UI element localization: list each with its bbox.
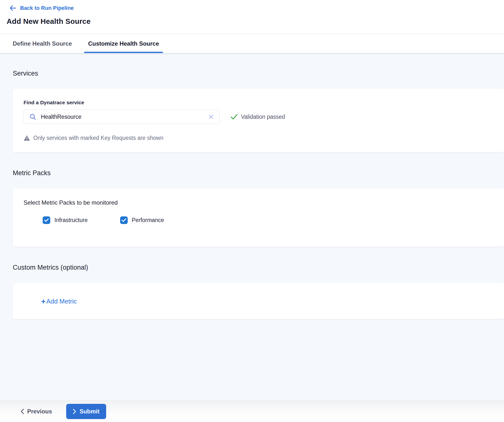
submit-label: Submit [79,408,99,415]
services-heading: Services [13,69,504,78]
footer-bar: Previous Submit [0,400,504,422]
service-search-input[interactable] [41,114,208,120]
service-search-box[interactable] [24,110,220,124]
validation-status: Validation passed [230,114,285,120]
chevron-left-icon [21,409,24,414]
performance-checkbox[interactable] [120,216,128,224]
search-icon [29,113,37,120]
metric-packs-options: Infrastructure Performance [43,216,493,224]
performance-label: Performance [132,217,164,224]
custom-metrics-card: + Add Metric [13,283,504,319]
service-search-row: Validation passed [24,110,493,124]
metric-packs-subtitle: Select Metric Packs to be monitored [24,199,493,206]
back-to-run-pipeline-link[interactable]: Back to Run Pipeline [20,5,74,11]
back-row: Back to Run Pipeline [0,0,504,11]
clear-search-icon[interactable] [208,114,214,120]
plus-icon: + [41,298,46,305]
metric-packs-card: Select Metric Packs to be monitored Infr… [13,188,504,247]
infrastructure-label: Infrastructure [54,217,88,224]
page-title: Add New Health Source [7,17,504,26]
performance-checkbox-option[interactable]: Performance [120,216,164,224]
previous-button[interactable]: Previous [21,408,52,415]
health-source-tabbar: Define Health Source Customize Health So… [0,34,504,53]
add-metric-label: Add Metric [46,298,77,305]
back-arrow-icon[interactable] [9,5,16,11]
metric-packs-heading: Metric Packs [13,169,504,177]
services-card: Find a Dynatrace service [13,89,504,152]
validation-text: Validation passed [241,114,285,120]
tab-customize-health-source[interactable]: Customize Health Source [84,34,163,53]
infrastructure-checkbox-option[interactable]: Infrastructure [43,216,88,224]
submit-button[interactable]: Submit [66,404,106,419]
custom-metrics-heading: Custom Metrics (optional) [13,263,504,272]
tab-define-health-source[interactable]: Define Health Source [9,34,76,53]
services-warning: Only services with marked Key Requests a… [24,135,493,141]
page-header: Back to Run Pipeline Add New Health Sour… [0,0,504,34]
previous-label: Previous [27,408,52,415]
chevron-right-icon [73,409,76,414]
customize-health-source-panel: Services Find a Dynatrace service [0,53,504,400]
infrastructure-checkbox[interactable] [43,216,50,224]
check-icon [230,114,238,120]
warning-icon [24,135,30,141]
add-metric-button[interactable]: + Add Metric [41,298,77,305]
warning-text: Only services with marked Key Requests a… [33,135,164,141]
find-service-label: Find a Dynatrace service [24,100,493,106]
